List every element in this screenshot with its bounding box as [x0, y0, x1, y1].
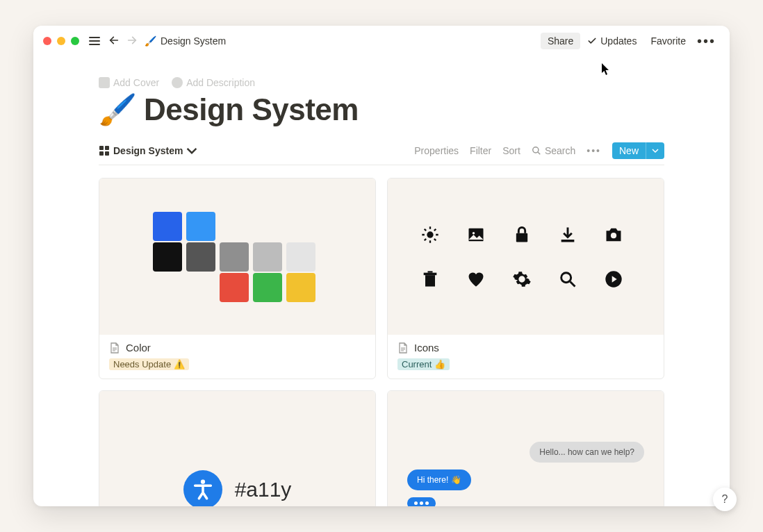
color-swatch [153, 242, 182, 272]
page-icon [109, 342, 120, 354]
svg-rect-25 [425, 275, 435, 286]
page-title[interactable]: Design System [144, 92, 359, 127]
svg-rect-4 [99, 151, 104, 156]
breadcrumb[interactable]: 🖌️ Design System [145, 35, 226, 47]
accessibility-icon [183, 470, 222, 506]
play-icon [604, 269, 623, 289]
color-swatch [220, 242, 249, 272]
color-swatch [220, 273, 249, 302]
color-swatch [186, 212, 215, 241]
page-icon [397, 342, 409, 354]
add-cover-button[interactable]: Add Cover [99, 77, 159, 88]
color-swatch [153, 212, 182, 241]
settings-icon [512, 269, 532, 289]
svg-line-16 [424, 228, 425, 230]
status-tag: Needs Update ⚠️ [109, 358, 189, 370]
view-more-menu[interactable]: ••• [586, 145, 601, 156]
color-swatches [147, 212, 328, 302]
card-title-text: Color [126, 342, 151, 354]
more-menu[interactable]: ••• [693, 33, 720, 49]
icon-grid [420, 216, 632, 298]
close-window-icon[interactable] [43, 37, 51, 45]
filter-button[interactable]: Filter [470, 145, 491, 156]
color-swatch [286, 273, 315, 302]
svg-point-6 [533, 147, 539, 153]
breadcrumb-title: Design System [161, 35, 226, 47]
chevron-down-icon [652, 147, 659, 154]
new-dropdown[interactable] [646, 142, 664, 159]
svg-line-7 [538, 152, 541, 155]
card-thumb: Hello... how can we help? Hi there! 👋 [388, 391, 664, 506]
color-swatch [253, 242, 282, 272]
page-title-row: 🖌️ Design System [99, 92, 664, 127]
page-hover-actions: Add Cover Add Description [99, 77, 664, 88]
properties-button[interactable]: Properties [414, 145, 459, 156]
svg-rect-22 [516, 233, 527, 242]
card-chat[interactable]: Hello... how can we help? Hi there! 👋 [387, 390, 664, 506]
color-swatch [186, 242, 215, 272]
help-button[interactable]: ? [713, 488, 737, 511]
svg-point-24 [610, 233, 616, 238]
image-icon [99, 77, 110, 88]
topbar: 🖌️ Design System Share Updates Favorite … [33, 26, 730, 56]
svg-line-17 [434, 238, 435, 240]
new-button[interactable]: New [612, 142, 664, 159]
sort-button[interactable]: Sort [502, 145, 520, 156]
breadcrumb-icon: 🖌️ [145, 35, 156, 47]
card-thumb: #a11y [99, 391, 375, 506]
search-icon [532, 146, 541, 156]
chat-bubble-outgoing: Hi there! 👋 [407, 469, 471, 490]
svg-rect-3 [105, 146, 109, 150]
color-swatch [253, 273, 282, 302]
status-tag: Current 👍 [397, 358, 450, 370]
chevron-down-icon [186, 145, 197, 156]
back-button[interactable] [108, 35, 120, 48]
search-icon [558, 269, 577, 289]
view-switcher[interactable]: Design System [99, 145, 197, 156]
download-icon [558, 225, 577, 244]
card-icons[interactable]: Icons Current 👍 [387, 178, 664, 379]
minimize-window-icon[interactable] [57, 37, 65, 45]
maximize-window-icon[interactable] [71, 37, 79, 45]
favorite-button[interactable]: Favorite [643, 33, 693, 49]
card-color[interactable]: Color Needs Update ⚠️ [99, 178, 376, 379]
svg-point-21 [472, 231, 475, 234]
svg-rect-5 [105, 151, 109, 156]
svg-point-35 [201, 480, 205, 484]
card-a11y[interactable]: #a11y [99, 390, 376, 506]
camera-icon [604, 225, 623, 244]
updates-button[interactable]: Updates [580, 33, 643, 49]
info-icon [172, 77, 183, 88]
svg-line-18 [424, 238, 425, 240]
window-controls[interactable] [43, 37, 79, 45]
gallery: Color Needs Update ⚠️ [99, 178, 664, 506]
card-thumb [99, 178, 375, 335]
share-button[interactable]: Share [541, 33, 580, 49]
add-description-button[interactable]: Add Description [172, 77, 255, 88]
typing-indicator [407, 497, 436, 506]
card-title-text: Icons [414, 342, 439, 354]
svg-line-19 [434, 228, 435, 230]
svg-point-28 [520, 277, 523, 281]
chat-bubble-incoming: Hello... how can we help? [530, 442, 644, 463]
nav-arrows [108, 35, 138, 48]
database-toolbar: Design System Properties Filter Sort Sea… [99, 142, 664, 165]
svg-line-30 [570, 281, 575, 286]
forward-button [126, 35, 138, 48]
chat-preview: Hello... how can we help? Hi there! 👋 [388, 442, 664, 506]
sidebar-toggle[interactable] [89, 37, 100, 45]
brightness-icon [420, 225, 440, 244]
page-icon[interactable]: 🖌️ [99, 94, 137, 125]
search-button[interactable]: Search [532, 145, 575, 156]
app-window: 🖌️ Design System Share Updates Favorite … [33, 26, 730, 506]
lock-icon [512, 225, 532, 244]
svg-rect-26 [423, 272, 436, 275]
svg-rect-23 [561, 240, 574, 242]
a11y-text: #a11y [235, 478, 292, 501]
svg-rect-27 [427, 271, 432, 272]
svg-point-29 [561, 272, 571, 282]
svg-rect-2 [99, 146, 104, 150]
card-thumb [388, 178, 664, 335]
gallery-view-icon [99, 145, 110, 156]
color-swatch [286, 242, 315, 272]
